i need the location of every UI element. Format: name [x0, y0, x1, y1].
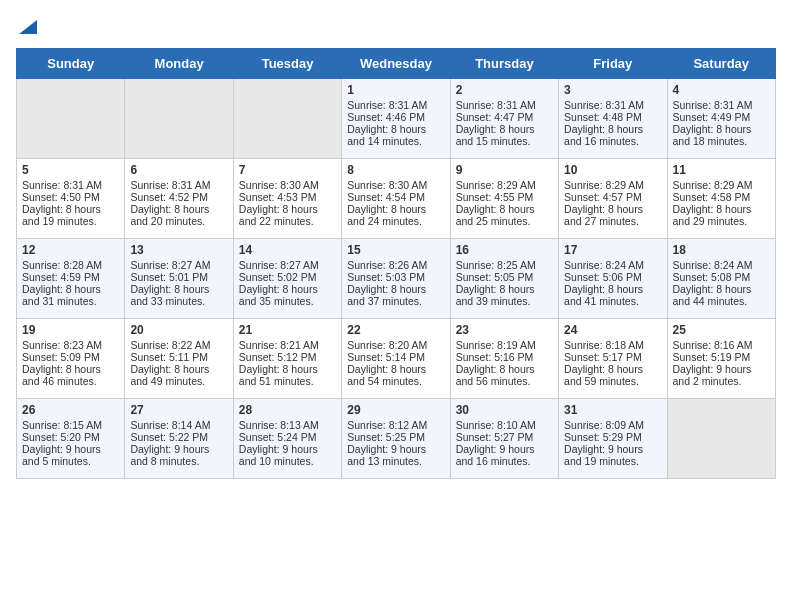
day-number: 7 [239, 163, 336, 177]
weekday-header: Friday [559, 49, 667, 79]
logo-icon [19, 16, 37, 34]
day-number: 30 [456, 403, 553, 417]
calendar-cell: 22Sunrise: 8:20 AMSunset: 5:14 PMDayligh… [342, 319, 450, 399]
day-number: 27 [130, 403, 227, 417]
sunrise-text: Sunrise: 8:28 AM [22, 259, 102, 271]
day-number: 25 [673, 323, 770, 337]
daylight-text: Daylight: 8 hours and 46 minutes. [22, 363, 101, 387]
daylight-text: Daylight: 8 hours and 49 minutes. [130, 363, 209, 387]
calendar-cell: 1Sunrise: 8:31 AMSunset: 4:46 PMDaylight… [342, 79, 450, 159]
sunrise-text: Sunrise: 8:16 AM [673, 339, 753, 351]
daylight-text: Daylight: 8 hours and 54 minutes. [347, 363, 426, 387]
calendar-cell: 3Sunrise: 8:31 AMSunset: 4:48 PMDaylight… [559, 79, 667, 159]
day-number: 22 [347, 323, 444, 337]
sunset-text: Sunset: 5:17 PM [564, 351, 642, 363]
day-number: 10 [564, 163, 661, 177]
daylight-text: Daylight: 9 hours and 10 minutes. [239, 443, 318, 467]
daylight-text: Daylight: 9 hours and 8 minutes. [130, 443, 209, 467]
weekday-header: Sunday [17, 49, 125, 79]
sunrise-text: Sunrise: 8:24 AM [564, 259, 644, 271]
sunset-text: Sunset: 4:46 PM [347, 111, 425, 123]
day-number: 13 [130, 243, 227, 257]
day-number: 20 [130, 323, 227, 337]
sunrise-text: Sunrise: 8:26 AM [347, 259, 427, 271]
day-number: 17 [564, 243, 661, 257]
calendar-cell: 15Sunrise: 8:26 AMSunset: 5:03 PMDayligh… [342, 239, 450, 319]
day-number: 24 [564, 323, 661, 337]
sunset-text: Sunset: 5:03 PM [347, 271, 425, 283]
daylight-text: Daylight: 8 hours and 25 minutes. [456, 203, 535, 227]
sunset-text: Sunset: 5:01 PM [130, 271, 208, 283]
calendar-cell [233, 79, 341, 159]
daylight-text: Daylight: 8 hours and 18 minutes. [673, 123, 752, 147]
sunrise-text: Sunrise: 8:23 AM [22, 339, 102, 351]
daylight-text: Daylight: 9 hours and 13 minutes. [347, 443, 426, 467]
sunset-text: Sunset: 5:02 PM [239, 271, 317, 283]
sunset-text: Sunset: 4:54 PM [347, 191, 425, 203]
day-number: 12 [22, 243, 119, 257]
calendar-cell: 29Sunrise: 8:12 AMSunset: 5:25 PMDayligh… [342, 399, 450, 479]
day-number: 31 [564, 403, 661, 417]
sunset-text: Sunset: 5:14 PM [347, 351, 425, 363]
calendar-cell: 4Sunrise: 8:31 AMSunset: 4:49 PMDaylight… [667, 79, 775, 159]
day-number: 1 [347, 83, 444, 97]
daylight-text: Daylight: 8 hours and 44 minutes. [673, 283, 752, 307]
calendar-cell: 20Sunrise: 8:22 AMSunset: 5:11 PMDayligh… [125, 319, 233, 399]
sunrise-text: Sunrise: 8:19 AM [456, 339, 536, 351]
calendar-cell: 27Sunrise: 8:14 AMSunset: 5:22 PMDayligh… [125, 399, 233, 479]
header [16, 16, 776, 38]
daylight-text: Daylight: 8 hours and 33 minutes. [130, 283, 209, 307]
sunset-text: Sunset: 4:48 PM [564, 111, 642, 123]
calendar-cell: 13Sunrise: 8:27 AMSunset: 5:01 PMDayligh… [125, 239, 233, 319]
sunset-text: Sunset: 5:08 PM [673, 271, 751, 283]
sunset-text: Sunset: 5:11 PM [130, 351, 208, 363]
calendar-table: SundayMondayTuesdayWednesdayThursdayFrid… [16, 48, 776, 479]
calendar-cell: 24Sunrise: 8:18 AMSunset: 5:17 PMDayligh… [559, 319, 667, 399]
sunset-text: Sunset: 5:27 PM [456, 431, 534, 443]
sunrise-text: Sunrise: 8:18 AM [564, 339, 644, 351]
sunset-text: Sunset: 5:06 PM [564, 271, 642, 283]
day-number: 23 [456, 323, 553, 337]
daylight-text: Daylight: 8 hours and 59 minutes. [564, 363, 643, 387]
sunrise-text: Sunrise: 8:31 AM [130, 179, 210, 191]
daylight-text: Daylight: 8 hours and 37 minutes. [347, 283, 426, 307]
daylight-text: Daylight: 8 hours and 41 minutes. [564, 283, 643, 307]
calendar-cell: 17Sunrise: 8:24 AMSunset: 5:06 PMDayligh… [559, 239, 667, 319]
calendar-cell: 30Sunrise: 8:10 AMSunset: 5:27 PMDayligh… [450, 399, 558, 479]
sunset-text: Sunset: 5:24 PM [239, 431, 317, 443]
daylight-text: Daylight: 8 hours and 24 minutes. [347, 203, 426, 227]
sunrise-text: Sunrise: 8:09 AM [564, 419, 644, 431]
daylight-text: Daylight: 8 hours and 20 minutes. [130, 203, 209, 227]
daylight-text: Daylight: 9 hours and 19 minutes. [564, 443, 643, 467]
weekday-header: Monday [125, 49, 233, 79]
sunset-text: Sunset: 4:59 PM [22, 271, 100, 283]
sunset-text: Sunset: 5:29 PM [564, 431, 642, 443]
day-number: 5 [22, 163, 119, 177]
daylight-text: Daylight: 8 hours and 22 minutes. [239, 203, 318, 227]
calendar-cell: 6Sunrise: 8:31 AMSunset: 4:52 PMDaylight… [125, 159, 233, 239]
sunrise-text: Sunrise: 8:15 AM [22, 419, 102, 431]
calendar-cell: 14Sunrise: 8:27 AMSunset: 5:02 PMDayligh… [233, 239, 341, 319]
calendar-cell: 12Sunrise: 8:28 AMSunset: 4:59 PMDayligh… [17, 239, 125, 319]
svg-marker-0 [19, 20, 37, 34]
sunrise-text: Sunrise: 8:13 AM [239, 419, 319, 431]
sunrise-text: Sunrise: 8:20 AM [347, 339, 427, 351]
sunrise-text: Sunrise: 8:29 AM [564, 179, 644, 191]
day-number: 2 [456, 83, 553, 97]
sunset-text: Sunset: 4:50 PM [22, 191, 100, 203]
calendar-week-row: 19Sunrise: 8:23 AMSunset: 5:09 PMDayligh… [17, 319, 776, 399]
daylight-text: Daylight: 8 hours and 29 minutes. [673, 203, 752, 227]
calendar-cell: 19Sunrise: 8:23 AMSunset: 5:09 PMDayligh… [17, 319, 125, 399]
calendar-cell: 2Sunrise: 8:31 AMSunset: 4:47 PMDaylight… [450, 79, 558, 159]
header-row: SundayMondayTuesdayWednesdayThursdayFrid… [17, 49, 776, 79]
sunset-text: Sunset: 4:53 PM [239, 191, 317, 203]
calendar-cell: 5Sunrise: 8:31 AMSunset: 4:50 PMDaylight… [17, 159, 125, 239]
daylight-text: Daylight: 9 hours and 16 minutes. [456, 443, 535, 467]
sunset-text: Sunset: 4:57 PM [564, 191, 642, 203]
day-number: 16 [456, 243, 553, 257]
sunrise-text: Sunrise: 8:10 AM [456, 419, 536, 431]
sunrise-text: Sunrise: 8:29 AM [456, 179, 536, 191]
day-number: 11 [673, 163, 770, 177]
daylight-text: Daylight: 8 hours and 56 minutes. [456, 363, 535, 387]
sunset-text: Sunset: 5:22 PM [130, 431, 208, 443]
